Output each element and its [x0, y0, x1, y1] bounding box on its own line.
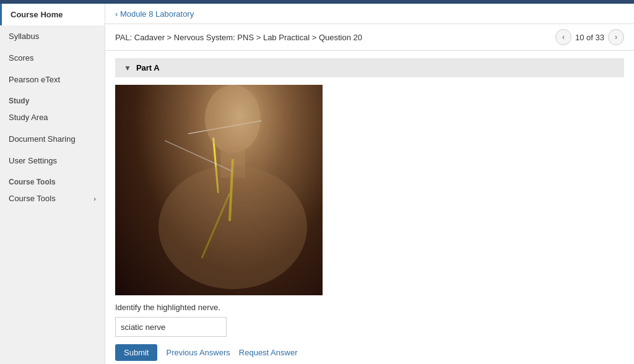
question-body: ▼ Part A — [105, 51, 634, 364]
sidebar-item-user-settings[interactable]: User Settings — [0, 150, 105, 171]
study-section-label: Study — [0, 90, 105, 106]
prev-question-button[interactable]: ‹ — [555, 29, 571, 45]
sidebar-item-document-sharing[interactable]: Document Sharing — [0, 128, 105, 150]
sidebar-item-label: Course Tools — [9, 194, 56, 203]
nav-controls: ‹ 10 of 33 › — [555, 29, 624, 45]
next-icon: › — [615, 33, 617, 41]
cadaver-image-inner — [115, 85, 323, 295]
sidebar-item-scores[interactable]: Scores — [0, 47, 105, 69]
sidebar-item-label: User Settings — [9, 156, 57, 165]
breadcrumb: ‹ Module 8 Laboratory — [105, 4, 634, 24]
next-question-button[interactable]: › — [608, 29, 624, 45]
answer-area — [115, 317, 624, 337]
question-title: PAL: Cadaver > Nervous System: PNS > Lab… — [115, 33, 362, 42]
nav-count: 10 of 33 — [575, 33, 604, 42]
sidebar-item-course-tools[interactable]: Course Tools › — [0, 188, 105, 209]
question-prompt: Identify the highlighted nerve. — [115, 303, 624, 312]
previous-answers-button[interactable]: Previous Answers — [166, 348, 230, 357]
sidebar-item-pearson-etext[interactable]: Pearson eText — [0, 69, 105, 90]
answer-input[interactable] — [115, 317, 227, 337]
part-header: ▼ Part A — [115, 58, 624, 77]
prev-icon: ‹ — [562, 33, 565, 41]
sidebar-item-course-home[interactable]: Course Home — [0, 4, 105, 25]
sidebar-item-label: Study Area — [9, 113, 48, 122]
sidebar-item-label: Pearson eText — [9, 75, 60, 84]
sidebar-item-label: Scores — [9, 53, 33, 63]
svg-point-0 — [205, 85, 261, 153]
sidebar-item-study-area[interactable]: Study Area — [0, 106, 105, 128]
sidebar-item-label: Document Sharing — [9, 134, 76, 144]
part-label: Part A — [136, 63, 160, 72]
breadcrumb-arrow: ‹ — [115, 9, 120, 19]
question-header: PAL: Cadaver > Nervous System: PNS > Lab… — [105, 24, 634, 51]
action-row: Submit Previous Answers Request Answer — [115, 344, 624, 361]
chevron-right-icon: › — [93, 195, 96, 202]
sidebar-item-label: Course Home — [11, 10, 63, 19]
course-tools-section-label: Course Tools — [0, 171, 105, 188]
breadcrumb-link[interactable]: ‹ Module 8 Laboratory — [115, 9, 194, 19]
sidebar-item-label: Syllabus — [9, 32, 39, 41]
collapse-arrow[interactable]: ▼ — [124, 64, 131, 72]
request-answer-button[interactable]: Request Answer — [239, 348, 298, 357]
submit-button[interactable]: Submit — [115, 344, 157, 361]
cadaver-image — [115, 85, 323, 295]
sidebar: Course Home Syllabus Scores Pearson eTex… — [0, 4, 105, 364]
main-content: ‹ Module 8 Laboratory PAL: Cadaver > Ner… — [105, 4, 634, 364]
anatomy-overlay — [115, 85, 323, 295]
sidebar-item-syllabus[interactable]: Syllabus — [0, 25, 105, 47]
